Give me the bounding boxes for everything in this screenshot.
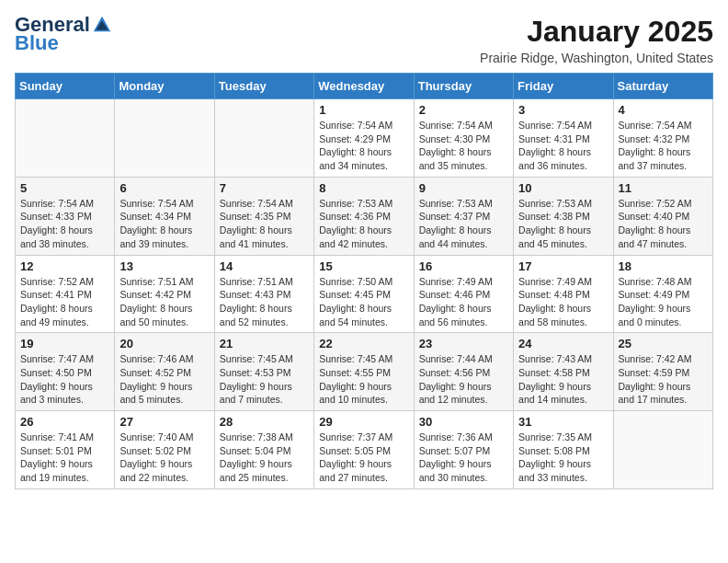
month-title: January 2025	[480, 15, 713, 49]
calendar-header-wednesday: Wednesday	[314, 74, 414, 99]
day-number: 1	[319, 103, 408, 117]
calendar-cell: 31Sunrise: 7:35 AMSunset: 5:08 PMDayligh…	[514, 411, 613, 489]
day-info: Sunrise: 7:52 AMSunset: 4:40 PMDaylight:…	[619, 197, 708, 251]
day-number: 22	[319, 337, 408, 350]
day-info: Sunrise: 7:40 AMSunset: 5:02 PMDaylight:…	[119, 431, 209, 485]
day-number: 23	[419, 337, 508, 350]
day-info: Sunrise: 7:35 AMSunset: 5:08 PMDaylight:…	[518, 431, 608, 485]
day-number: 25	[619, 337, 708, 350]
calendar-cell: 10Sunrise: 7:53 AMSunset: 4:38 PMDayligh…	[514, 177, 613, 255]
calendar-cell: 27Sunrise: 7:40 AMSunset: 5:02 PMDayligh…	[115, 411, 214, 489]
calendar-cell	[613, 411, 712, 489]
day-info: Sunrise: 7:54 AMSunset: 4:29 PMDaylight:…	[319, 119, 408, 173]
day-info: Sunrise: 7:46 AMSunset: 4:52 PMDaylight:…	[119, 352, 209, 407]
day-info: Sunrise: 7:44 AMSunset: 4:56 PMDaylight:…	[419, 352, 508, 407]
day-info: Sunrise: 7:48 AMSunset: 4:49 PMDaylight:…	[619, 275, 708, 329]
calendar-week-row: 19Sunrise: 7:47 AMSunset: 4:50 PMDayligh…	[16, 333, 713, 411]
day-info: Sunrise: 7:54 AMSunset: 4:30 PMDaylight:…	[419, 119, 508, 173]
calendar-cell: 8Sunrise: 7:53 AMSunset: 4:36 PMDaylight…	[314, 177, 414, 255]
day-info: Sunrise: 7:53 AMSunset: 4:38 PMDaylight:…	[518, 197, 608, 251]
day-info: Sunrise: 7:45 AMSunset: 4:53 PMDaylight:…	[220, 352, 309, 407]
day-number: 15	[319, 259, 408, 273]
calendar-cell: 20Sunrise: 7:46 AMSunset: 4:52 PMDayligh…	[115, 333, 214, 411]
day-info: Sunrise: 7:52 AMSunset: 4:41 PMDaylight:…	[20, 275, 109, 329]
day-number: 16	[419, 259, 508, 273]
calendar-cell: 17Sunrise: 7:49 AMSunset: 4:48 PMDayligh…	[514, 255, 613, 333]
day-number: 24	[518, 337, 608, 350]
day-info: Sunrise: 7:47 AMSunset: 4:50 PMDaylight:…	[20, 352, 109, 407]
logo: General Blue	[15, 15, 112, 55]
day-number: 28	[220, 415, 309, 429]
calendar-cell: 1Sunrise: 7:54 AMSunset: 4:29 PMDaylight…	[314, 99, 414, 178]
calendar-cell: 19Sunrise: 7:47 AMSunset: 4:50 PMDayligh…	[16, 333, 115, 411]
calendar-cell: 28Sunrise: 7:38 AMSunset: 5:04 PMDayligh…	[214, 411, 313, 489]
day-number: 8	[319, 181, 408, 195]
calendar-cell: 29Sunrise: 7:37 AMSunset: 5:05 PMDayligh…	[314, 411, 414, 489]
day-number: 10	[518, 181, 608, 195]
calendar-cell: 16Sunrise: 7:49 AMSunset: 4:46 PMDayligh…	[414, 255, 513, 333]
day-number: 3	[518, 103, 608, 117]
calendar-header-tuesday: Tuesday	[214, 74, 313, 99]
day-number: 7	[220, 181, 309, 195]
calendar-cell: 2Sunrise: 7:54 AMSunset: 4:30 PMDaylight…	[414, 99, 513, 178]
day-number: 13	[119, 259, 209, 273]
day-number: 4	[619, 103, 708, 117]
calendar-header-friday: Friday	[514, 74, 613, 99]
calendar-week-row: 26Sunrise: 7:41 AMSunset: 5:01 PMDayligh…	[16, 411, 713, 489]
calendar-cell: 3Sunrise: 7:54 AMSunset: 4:31 PMDaylight…	[514, 99, 613, 178]
calendar-header-sunday: Sunday	[16, 74, 115, 99]
logo-blue: Blue	[15, 31, 59, 55]
day-number: 2	[419, 103, 508, 117]
day-info: Sunrise: 7:54 AMSunset: 4:31 PMDaylight:…	[518, 119, 608, 173]
calendar-cell: 5Sunrise: 7:54 AMSunset: 4:33 PMDaylight…	[16, 177, 115, 255]
page-header: General Blue January 2025 Prairie Ridge,…	[15, 15, 713, 65]
day-info: Sunrise: 7:43 AMSunset: 4:58 PMDaylight:…	[518, 352, 608, 407]
day-number: 12	[20, 259, 109, 273]
day-info: Sunrise: 7:41 AMSunset: 5:01 PMDaylight:…	[20, 431, 109, 485]
day-number: 30	[419, 415, 508, 429]
day-info: Sunrise: 7:51 AMSunset: 4:42 PMDaylight:…	[119, 275, 209, 329]
day-number: 27	[119, 415, 209, 429]
day-number: 11	[619, 181, 708, 195]
day-number: 29	[319, 415, 408, 429]
day-number: 6	[119, 181, 209, 195]
day-info: Sunrise: 7:36 AMSunset: 5:07 PMDaylight:…	[419, 431, 508, 485]
day-info: Sunrise: 7:54 AMSunset: 4:35 PMDaylight:…	[220, 197, 309, 251]
day-info: Sunrise: 7:37 AMSunset: 5:05 PMDaylight:…	[319, 431, 408, 485]
day-number: 9	[419, 181, 508, 195]
calendar-cell: 7Sunrise: 7:54 AMSunset: 4:35 PMDaylight…	[214, 177, 313, 255]
calendar-cell: 14Sunrise: 7:51 AMSunset: 4:43 PMDayligh…	[214, 255, 313, 333]
calendar-cell: 13Sunrise: 7:51 AMSunset: 4:42 PMDayligh…	[115, 255, 214, 333]
calendar-cell: 25Sunrise: 7:42 AMSunset: 4:59 PMDayligh…	[613, 333, 712, 411]
day-number: 5	[20, 181, 109, 195]
day-number: 17	[518, 259, 608, 273]
calendar-header-row: SundayMondayTuesdayWednesdayThursdayFrid…	[16, 74, 713, 99]
calendar-cell: 9Sunrise: 7:53 AMSunset: 4:37 PMDaylight…	[414, 177, 513, 255]
calendar-cell: 23Sunrise: 7:44 AMSunset: 4:56 PMDayligh…	[414, 333, 513, 411]
day-number: 14	[220, 259, 309, 273]
calendar-cell: 4Sunrise: 7:54 AMSunset: 4:32 PMDaylight…	[613, 99, 712, 178]
day-info: Sunrise: 7:42 AMSunset: 4:59 PMDaylight:…	[619, 352, 708, 407]
day-number: 18	[619, 259, 708, 273]
day-info: Sunrise: 7:50 AMSunset: 4:45 PMDaylight:…	[319, 275, 408, 329]
day-info: Sunrise: 7:38 AMSunset: 5:04 PMDaylight:…	[220, 431, 309, 485]
day-info: Sunrise: 7:49 AMSunset: 4:48 PMDaylight:…	[518, 275, 608, 329]
calendar-cell: 21Sunrise: 7:45 AMSunset: 4:53 PMDayligh…	[214, 333, 313, 411]
day-number: 19	[20, 337, 109, 350]
calendar-week-row: 5Sunrise: 7:54 AMSunset: 4:33 PMDaylight…	[16, 177, 713, 255]
logo-icon	[92, 15, 112, 35]
calendar-cell: 30Sunrise: 7:36 AMSunset: 5:07 PMDayligh…	[414, 411, 513, 489]
day-number: 21	[220, 337, 309, 350]
calendar-header-saturday: Saturday	[613, 74, 712, 99]
calendar-cell: 18Sunrise: 7:48 AMSunset: 4:49 PMDayligh…	[613, 255, 712, 333]
calendar-cell: 26Sunrise: 7:41 AMSunset: 5:01 PMDayligh…	[16, 411, 115, 489]
day-info: Sunrise: 7:45 AMSunset: 4:55 PMDaylight:…	[319, 352, 408, 407]
calendar-cell	[16, 99, 115, 178]
calendar-cell	[214, 99, 313, 178]
calendar-cell: 22Sunrise: 7:45 AMSunset: 4:55 PMDayligh…	[314, 333, 414, 411]
calendar-body: 1Sunrise: 7:54 AMSunset: 4:29 PMDaylight…	[16, 99, 713, 489]
day-number: 20	[119, 337, 209, 350]
calendar-cell: 11Sunrise: 7:52 AMSunset: 4:40 PMDayligh…	[613, 177, 712, 255]
calendar-header-monday: Monday	[115, 74, 214, 99]
calendar-cell: 24Sunrise: 7:43 AMSunset: 4:58 PMDayligh…	[514, 333, 613, 411]
